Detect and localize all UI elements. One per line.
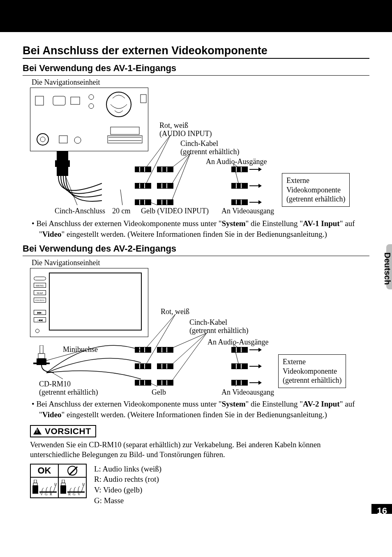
svg-line-20 <box>172 153 190 184</box>
svg-rect-52 <box>61 483 65 485</box>
rca-row-3b <box>135 380 173 386</box>
label-to-audio-out: An Audio-Ausgänge <box>206 157 267 166</box>
nav-unit-rear-icon <box>30 88 148 151</box>
rca-row-2 <box>135 183 173 189</box>
label-sold-sep: (getrennt erhältlich) <box>180 148 239 156</box>
svg-rect-43 <box>34 480 37 483</box>
label-cinch-cable: Cinch-Kabel <box>180 139 218 148</box>
rca-row-3 <box>135 199 173 205</box>
cable-bundle-icon <box>53 151 102 209</box>
svg-point-4 <box>89 104 94 109</box>
label-red-white: Rot, weiß <box>159 121 188 130</box>
external-component-box-2: Externe Videokomponente (getrennt erhält… <box>278 354 346 388</box>
svg-line-18 <box>146 135 171 184</box>
label-yellow-video: Gelb (VIDEO INPUT) <box>141 207 209 215</box>
section2-diagram: MENU MAP POS/INFO ▶▶| |◀◀ <box>30 268 369 395</box>
rca-out-3 <box>231 199 261 205</box>
svg-rect-6 <box>141 95 146 103</box>
svg-rect-28 <box>40 345 43 354</box>
label-to-audio-out-2: An Audio-Ausgänge <box>208 338 268 347</box>
legend-l: L: Audio links (weiß) <box>94 464 161 474</box>
label-20cm: 20 cm <box>112 207 131 215</box>
arrow-icon <box>249 349 261 350</box>
section2-heading: Bei Verwendung des AV-2-Eingangs <box>23 243 369 256</box>
legend-g: G: Masse <box>94 495 161 506</box>
rca-row-2b <box>135 363 173 369</box>
page-body: Deutsch Bei Anschluss der externen Video… <box>0 32 392 514</box>
label-sold-sep-2: (getrennt erhältlich) <box>189 326 248 335</box>
svg-rect-1 <box>53 96 65 105</box>
svg-line-36 <box>172 333 207 381</box>
svg-line-34 <box>172 333 207 348</box>
section2-note: Bei Anschluss der externen Videokomponen… <box>39 399 364 420</box>
prohibit-cell <box>58 464 86 477</box>
ok-pinout-table: OK V G R L <box>30 464 87 498</box>
legend-r: R: Audio rechts (rot) <box>94 474 161 485</box>
top-black-bar <box>0 0 392 32</box>
svg-rect-2 <box>71 97 80 104</box>
label-cd-rm10: CD-RM10 <box>39 380 71 388</box>
nav-unit-front-icon: MENU MAP POS/INFO ▶▶| |◀◀ <box>30 268 148 337</box>
svg-point-8 <box>40 137 45 142</box>
pinout-ok-cell: V G R L <box>30 477 58 498</box>
svg-point-7 <box>37 134 48 145</box>
svg-rect-11 <box>111 127 139 134</box>
label-to-video-out: An Videoausgang <box>221 207 274 215</box>
label-cd-rm10-sep: (getrennt erhältlich) <box>39 388 98 397</box>
arrow-icon <box>249 169 261 170</box>
arrow-icon <box>249 382 261 383</box>
svg-rect-9 <box>59 136 67 143</box>
label-cinch-anschluss: Cinch-Anschluss <box>55 207 105 215</box>
svg-text:L: L <box>82 482 85 486</box>
rca-out-2 <box>231 183 261 189</box>
section2-nav-unit-label: Die Navigationseinheit <box>32 259 369 267</box>
svg-text:L: L <box>54 482 57 486</box>
svg-point-3 <box>89 95 94 99</box>
rca-row-1b <box>135 347 173 353</box>
svg-line-17 <box>146 135 171 168</box>
rca-out-1b <box>231 347 261 353</box>
section1-heading: Bei Verwendung des AV-1-Eingangs <box>23 63 369 76</box>
svg-text:G: G <box>45 492 48 495</box>
label-yellow: Gelb <box>152 388 166 397</box>
svg-point-10 <box>74 137 81 143</box>
svg-rect-45 <box>32 485 38 494</box>
svg-rect-44 <box>33 483 37 485</box>
ok-cell: OK <box>30 464 58 477</box>
arrow-icon <box>249 202 261 203</box>
caution-badge: VORSICHT <box>30 425 96 437</box>
svg-rect-0 <box>35 96 44 105</box>
svg-rect-16 <box>55 160 70 167</box>
svg-line-33 <box>146 314 175 365</box>
svg-rect-53 <box>60 485 66 494</box>
svg-text:V: V <box>78 492 81 495</box>
rca-out-3b <box>231 380 261 386</box>
label-minijack: Minibuchse <box>63 345 98 354</box>
svg-text:R: R <box>68 492 71 495</box>
section1-diagram: Rot, weiß (AUDIO INPUT) Cinch-Kabel (get… <box>30 88 369 215</box>
svg-rect-51 <box>62 480 65 483</box>
caution-title: VORSICHT <box>45 426 91 436</box>
svg-rect-12 <box>108 136 142 143</box>
arrow-icon <box>249 366 261 367</box>
svg-text:V: V <box>40 492 43 495</box>
rca-out-2b <box>231 363 261 369</box>
page-title: Bei Anschluss der externen Videokomponen… <box>23 44 369 59</box>
arrow-icon <box>249 185 261 186</box>
legend-v: V: Video (gelb) <box>94 485 161 495</box>
section1-note: Bei Anschluss der externen Videokomponen… <box>39 218 364 239</box>
svg-point-5 <box>106 92 131 117</box>
svg-line-35 <box>172 333 207 365</box>
svg-text:G: G <box>73 492 76 495</box>
svg-text:R: R <box>50 492 52 495</box>
caution-text: Verwenden Sie ein CD-RM10 (separat erhäl… <box>30 440 367 460</box>
rca-out-1 <box>231 166 261 172</box>
language-tab: Deutsch <box>383 250 392 287</box>
label-to-video-out-2: An Videoausgang <box>221 388 274 397</box>
section1-nav-unit-label: Die Navigationseinheit <box>32 78 369 87</box>
svg-line-25 <box>120 190 122 205</box>
svg-rect-29 <box>38 354 45 358</box>
svg-line-32 <box>146 314 175 348</box>
page-number: 16 <box>371 504 392 514</box>
external-component-box: Externe Videokomponente (getrennt erhält… <box>282 173 350 207</box>
